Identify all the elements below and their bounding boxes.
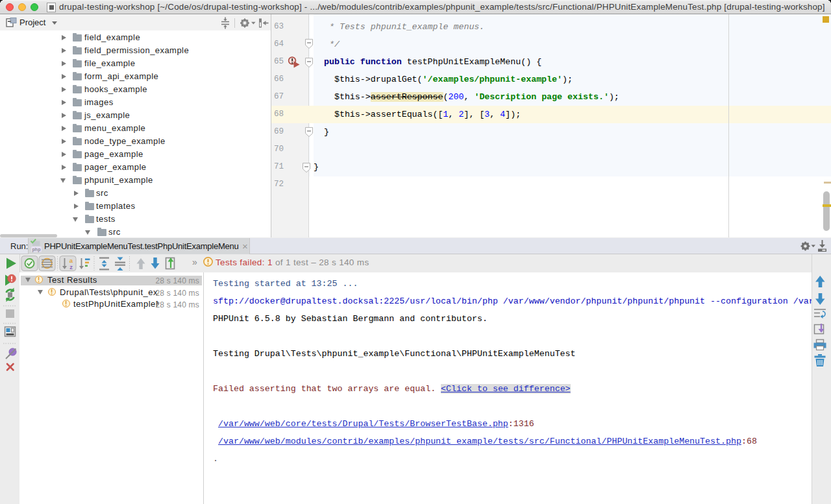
svg-text:z: z [69, 263, 73, 270]
svg-text:php: php [32, 247, 41, 252]
